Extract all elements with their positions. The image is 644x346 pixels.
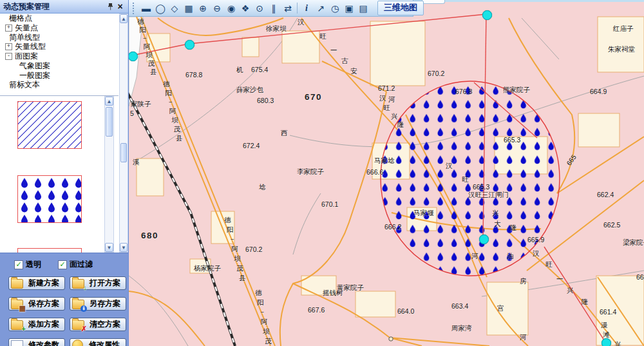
button-打开方案[interactable]: ↓打开方案 <box>70 276 126 290</box>
checkbox-icon[interactable]: ✓ <box>14 260 23 269</box>
selection-handle[interactable] <box>479 235 489 244</box>
archive-icon[interactable]: ▣ <box>342 1 356 15</box>
drops-pattern-swatch[interactable] <box>17 175 82 223</box>
map-label: 宫 <box>497 304 504 313</box>
button-添加方案[interactable]: +添加方案 <box>8 318 65 331</box>
snapshot-clock-icon[interactable]: ◷ <box>328 1 342 15</box>
map-label: 680.3 <box>257 97 274 104</box>
panel-scrollbar[interactable]: ▲ ▼ <box>119 14 128 253</box>
scrollbar-thumb[interactable] <box>106 107 113 137</box>
road-name-label: 坝 <box>171 116 178 125</box>
map-label: 隆 <box>510 224 517 233</box>
map-3d-button[interactable]: 三维地图 <box>377 1 424 15</box>
map-label: 665.3 <box>504 136 520 144</box>
folder-clear-icon: ✗ <box>72 320 84 330</box>
map-label: 670.1 <box>321 200 338 208</box>
selection-handle[interactable] <box>129 52 138 61</box>
map-label: 李家院子 <box>297 168 324 177</box>
map-label: 房 <box>520 277 527 286</box>
tree-item-气象图案[interactable]: 气象图案 <box>0 61 118 71</box>
button-修改参数[interactable]: ✎修改参数 <box>8 338 65 346</box>
pause-icon[interactable]: ∥ <box>267 1 281 15</box>
road-name-label: 德 <box>137 17 144 26</box>
folder-save-badge-icon: ▦ <box>19 305 26 312</box>
map-label: 河 <box>388 95 395 104</box>
map-label: 古 <box>341 57 348 66</box>
refresh-icon[interactable]: ⇄ <box>281 1 295 15</box>
toolbar-separator <box>297 3 298 14</box>
map-label: 670 <box>305 92 322 102</box>
plan-actions-panel: ✓透明✓面过滤 新建方案↓打开方案▦保存方案i另存方案+添加方案✗清空方案✎修改… <box>0 253 128 346</box>
selection-handle[interactable] <box>482 10 492 20</box>
map-label: 旺 <box>462 175 469 184</box>
close-icon[interactable]: × <box>115 2 125 12</box>
info-icon[interactable]: i <box>299 1 314 15</box>
tree-item-简单线型[interactable]: 简单线型 <box>0 33 118 43</box>
checkbox-icon[interactable]: ✓ <box>58 260 67 269</box>
toolbar-grip-icon[interactable] <box>133 3 136 14</box>
hatch-pattern-swatch[interactable] <box>17 101 82 149</box>
partial-pattern-swatch[interactable] <box>17 248 82 253</box>
map-label: 红庙子 <box>613 24 634 34</box>
measure-distance-icon[interactable]: ▬ <box>139 1 153 15</box>
map-label: 溪 <box>133 158 140 167</box>
scroll-down-icon[interactable]: ▼ <box>120 243 128 252</box>
map-viewport[interactable]: 徐家坝红庙子朱家祠堂678.8机675.4薛家沙包680.3670671.267… <box>129 0 644 346</box>
measure-area-circle-icon[interactable]: ◯ <box>153 1 167 15</box>
tree-item-栅格点[interactable]: 栅格点 <box>0 14 118 23</box>
button-label: 保存方案 <box>25 298 62 309</box>
plan-area-ellipse[interactable] <box>381 81 560 276</box>
road-name-label: － <box>142 34 149 43</box>
zoom-in-icon[interactable]: ⊕ <box>196 1 210 15</box>
button-保存方案[interactable]: ▦保存方案 <box>8 297 65 311</box>
export-icon[interactable]: ↗ <box>314 1 328 15</box>
folder-add-icon: + <box>11 320 23 330</box>
road-name-label: 阳 <box>139 26 146 35</box>
map-label: 666.6 <box>366 168 383 176</box>
tree-item-一般图案[interactable]: 一般图案 <box>0 71 118 81</box>
pan-globe-icon[interactable]: ◉ <box>224 1 238 15</box>
map-label: 徐家坝 <box>266 24 287 34</box>
measure-area-polygon-icon[interactable]: ◇ <box>167 1 182 15</box>
dock-tab[interactable] <box>422 0 445 4</box>
map-label: 漫 <box>601 321 608 330</box>
scrollbar-thumb[interactable] <box>120 143 127 162</box>
zoom-previous-icon[interactable]: ⊙ <box>252 1 267 15</box>
button-另存方案[interactable]: i另存方案 <box>70 297 126 311</box>
checkbox-面过滤[interactable]: ✓面过滤 <box>58 259 93 270</box>
selection-handle[interactable] <box>185 40 194 50</box>
expand-box-icon[interactable]: + <box>5 24 12 32</box>
preview-scrollbar[interactable]: ▲ ▼ <box>104 96 114 253</box>
folder-save-icon: ▦ <box>11 300 23 309</box>
selection-handle[interactable] <box>601 338 611 346</box>
button-新建方案[interactable]: 新建方案 <box>8 276 65 290</box>
road-name-label: 阿 <box>261 318 268 327</box>
toolbar-icons: ▬◯◇▦⊕⊖◉❖⊙∥⇄i↗◷▣▤ <box>139 1 370 15</box>
pin-icon[interactable] <box>106 2 115 12</box>
scroll-up-icon[interactable]: ▲ <box>105 97 113 106</box>
map-label: 667.6 <box>308 306 325 314</box>
print-icon[interactable]: ▤ <box>356 1 370 15</box>
map-label: 摇钱树 <box>323 289 343 298</box>
tree-item-矢量点[interactable]: +矢量点 <box>0 23 118 33</box>
grid-icon[interactable]: ▦ <box>182 1 196 15</box>
tree-item-面图案[interactable]: -面图案 <box>0 52 118 61</box>
button-清空方案[interactable]: ✗清空方案 <box>70 318 126 331</box>
collapse-box-icon[interactable]: - <box>5 53 12 60</box>
folder-open-badge-icon: ↓ <box>84 284 88 291</box>
expand-box-icon[interactable]: + <box>5 43 12 50</box>
scroll-down-icon[interactable]: ▼ <box>105 243 113 252</box>
map-label: 675.4 <box>251 66 268 73</box>
checkbox-透明[interactable]: ✓透明 <box>14 259 41 270</box>
button-label: 添加方案 <box>25 319 62 330</box>
tree-item-矢量线型[interactable]: +矢量线型 <box>0 42 118 52</box>
zoom-out-icon[interactable]: ⊖ <box>210 1 224 15</box>
tree-item-箭标文本[interactable]: 箭标文本 <box>0 81 118 90</box>
road-name-label: 坝 <box>234 255 241 264</box>
button-修改属性[interactable]: ✎修改属性 <box>70 338 126 346</box>
scroll-up-icon[interactable]: ▲ <box>120 14 128 23</box>
pan-hand-icon[interactable]: ❖ <box>238 1 252 15</box>
map-label: 664.9 <box>590 88 607 95</box>
map-label: 66 <box>636 273 644 281</box>
road-name-label: 茂 <box>236 264 243 273</box>
